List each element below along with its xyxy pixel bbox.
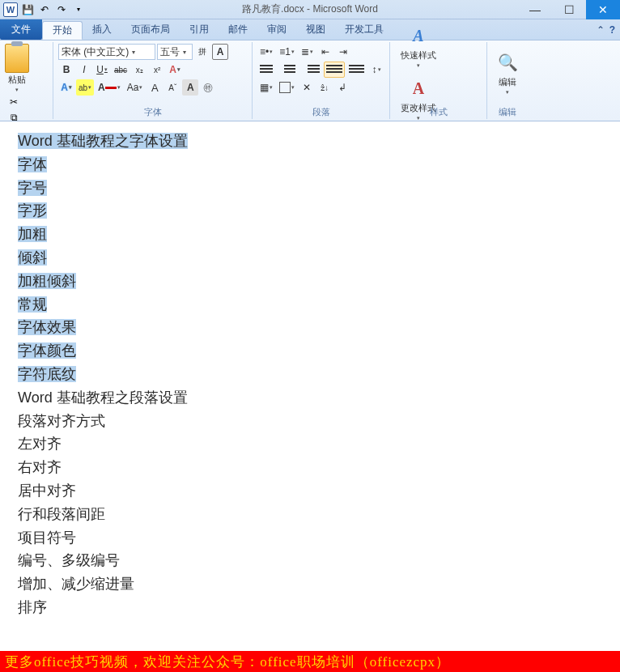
document-text[interactable]: 增加、减少缩进量	[18, 576, 134, 592]
borders-button[interactable]	[277, 79, 297, 96]
document-text[interactable]: Word 基础教程之段落设置	[18, 389, 188, 406]
font-size-combo[interactable]: 五号	[157, 44, 193, 60]
minimize-button[interactable]: —	[518, 0, 552, 19]
tab-view[interactable]: 视图	[296, 19, 335, 40]
help-icon[interactable]: ?	[609, 24, 615, 36]
char-border-button[interactable]: A	[212, 44, 228, 60]
maximize-button[interactable]: ☐	[552, 0, 586, 19]
document-text[interactable]: 字号	[18, 180, 47, 196]
close-button[interactable]: ✕	[586, 0, 620, 19]
document-line[interactable]: 字体效果	[18, 316, 620, 339]
char-shading-button[interactable]: A	[182, 79, 198, 96]
document-text[interactable]: 项目符号	[18, 530, 76, 546]
shading-button[interactable]: ▦	[257, 79, 275, 96]
show-marks-button[interactable]: ↲	[334, 79, 350, 96]
qat-more-icon[interactable]: ▾	[71, 2, 86, 17]
align-right-button[interactable]	[302, 62, 322, 78]
document-line[interactable]: 加粗	[18, 223, 620, 246]
tab-page-layout[interactable]: 页面布局	[121, 19, 180, 40]
enclose-char-button[interactable]: ㊕	[200, 79, 216, 96]
align-justify-button[interactable]	[324, 62, 344, 78]
bold-button[interactable]: B	[58, 62, 74, 78]
grow-font-button[interactable]: A	[147, 79, 163, 96]
document-text[interactable]: Word 基础教程之字体设置	[18, 133, 188, 149]
document-text[interactable]: 排序	[18, 599, 47, 615]
document-line[interactable]: 字体颜色	[18, 339, 620, 363]
multilevel-button[interactable]: ≣	[299, 44, 316, 60]
clear-formatting-button[interactable]: A	[167, 62, 183, 78]
document-text[interactable]: 编号、多级编号	[18, 552, 120, 568]
document-text[interactable]: 段落对齐方式	[18, 413, 105, 429]
document-line[interactable]: 行和段落间距	[18, 503, 620, 526]
document-line[interactable]: 编号、多级编号	[18, 549, 620, 572]
undo-icon[interactable]: ↶	[37, 2, 52, 17]
font-color-button[interactable]: A	[96, 79, 123, 96]
superscript-button[interactable]: x²	[149, 62, 165, 78]
document-text[interactable]: 字体	[18, 156, 47, 172]
document-line[interactable]: 字符底纹	[18, 363, 620, 386]
quick-styles-button[interactable]: A 快速样式 ▾	[395, 20, 442, 71]
document-line[interactable]: 段落对齐方式	[18, 410, 620, 433]
asian-layout-button[interactable]: ✕	[299, 79, 315, 96]
document-line[interactable]: 排序	[18, 596, 620, 619]
document-line[interactable]: Word 基础教程之字体设置	[18, 130, 620, 153]
document-line[interactable]: 项目符号	[18, 526, 620, 550]
tab-insert[interactable]: 插入	[83, 19, 121, 40]
line-spacing-button[interactable]: ↕	[368, 62, 384, 78]
document-line[interactable]: 字形	[18, 199, 620, 223]
sort-button[interactable]: ẑ↓	[316, 79, 333, 96]
pinyin-guide-button[interactable]: 拼	[194, 44, 210, 60]
document-text[interactable]: 字符底纹	[18, 366, 76, 382]
document-text[interactable]: 常规	[18, 296, 47, 313]
document-text[interactable]: 加粗倾斜	[18, 273, 76, 289]
tab-home[interactable]: 开始	[42, 21, 83, 40]
numbering-button[interactable]: ≡1	[277, 44, 297, 60]
bullets-button[interactable]: ≡•	[257, 44, 275, 60]
word-app-icon[interactable]: W	[3, 2, 18, 17]
document-text[interactable]: 字形	[18, 202, 47, 219]
tab-review[interactable]: 审阅	[257, 19, 296, 40]
change-case-button[interactable]: Aa	[125, 79, 146, 96]
document-body[interactable]: Word 基础教程之字体设置字体字号字形加粗倾斜加粗倾斜常规字体效果字体颜色字符…	[0, 121, 620, 619]
document-text[interactable]: 行和段落间距	[18, 506, 105, 522]
document-line[interactable]: 右对齐	[18, 456, 620, 479]
decrease-indent-button[interactable]: ⇤	[317, 44, 333, 60]
align-center-button[interactable]	[279, 62, 299, 78]
document-text[interactable]: 倾斜	[18, 249, 47, 266]
subscript-button[interactable]: x₂	[131, 62, 147, 78]
increase-indent-button[interactable]: ⇥	[335, 44, 351, 60]
ribbon-minimize-icon[interactable]: ⌃	[597, 24, 605, 36]
cut-icon[interactable]: ✂	[6, 95, 21, 109]
document-line[interactable]: 常规	[18, 293, 620, 317]
document-line[interactable]: 加粗倾斜	[18, 270, 620, 293]
italic-button[interactable]: I	[76, 62, 92, 78]
shrink-font-button[interactable]: Aˇ	[164, 79, 180, 96]
document-line[interactable]: Word 基础教程之段落设置	[18, 386, 620, 410]
tab-references[interactable]: 引用	[180, 19, 219, 40]
document-line[interactable]: 增加、减少缩进量	[18, 572, 620, 596]
document-line[interactable]: 字体	[18, 153, 620, 177]
document-text[interactable]: 居中对齐	[18, 483, 76, 499]
find-button[interactable]: 🔍 编辑 ▾	[489, 47, 526, 98]
document-line[interactable]: 居中对齐	[18, 479, 620, 503]
tab-file[interactable]: 文件	[0, 19, 42, 40]
paste-button[interactable]: 粘贴 ▾	[5, 44, 29, 93]
font-name-combo[interactable]: 宋体 (中文正文)	[58, 44, 155, 60]
document-text[interactable]: 右对齐	[18, 459, 62, 475]
document-line[interactable]: 字号	[18, 177, 620, 200]
document-area[interactable]: Word 基础教程之字体设置字体字号字形加粗倾斜加粗倾斜常规字体效果字体颜色字符…	[0, 121, 620, 651]
document-text[interactable]: 左对齐	[18, 436, 62, 452]
document-text[interactable]: 字体颜色	[18, 342, 76, 359]
paste-dropdown-icon[interactable]: ▾	[15, 87, 19, 93]
strikethrough-button[interactable]: abc	[112, 62, 130, 78]
tab-mailings[interactable]: 邮件	[219, 19, 257, 40]
align-distribute-button[interactable]	[346, 62, 367, 78]
document-line[interactable]: 左对齐	[18, 432, 620, 456]
redo-icon[interactable]: ↷	[54, 2, 69, 17]
highlight-button[interactable]: ab	[76, 79, 94, 96]
tab-developer[interactable]: 开发工具	[335, 19, 393, 40]
save-icon[interactable]: 💾	[20, 2, 35, 17]
underline-button[interactable]: U	[94, 62, 110, 78]
document-text[interactable]: 加粗	[18, 226, 47, 242]
document-line[interactable]: 倾斜	[18, 246, 620, 270]
